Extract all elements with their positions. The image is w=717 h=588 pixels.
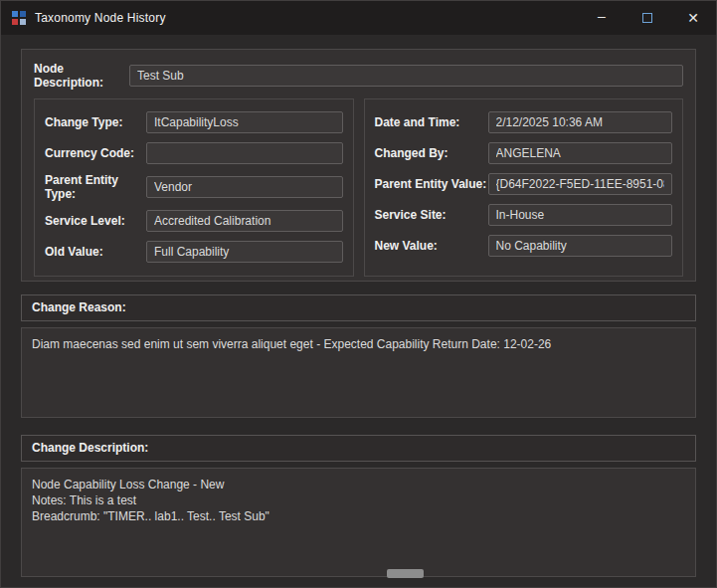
field-row: Currency Code: <box>45 142 343 164</box>
old-value-label: Old Value: <box>45 245 146 259</box>
currency-code-label: Currency Code: <box>45 146 146 160</box>
new-value-input[interactable] <box>488 235 673 257</box>
change-description-textarea[interactable]: Node Capability Loss Change - New Notes:… <box>21 468 696 577</box>
service-level-input[interactable] <box>146 210 343 232</box>
titlebar[interactable]: Taxonomy Node History – ✕ <box>1 1 716 35</box>
change-type-input[interactable] <box>146 111 343 133</box>
change-reason-header: Change Reason: <box>21 294 696 321</box>
right-field-group: Date and Time: Changed By: Parent Entity… <box>364 98 684 277</box>
close-button[interactable]: ✕ <box>670 1 716 35</box>
field-row: Service Site: <box>375 204 673 226</box>
maximize-button[interactable] <box>625 1 670 35</box>
new-value-label: New Value: <box>375 239 488 253</box>
window-controls: – ✕ <box>579 1 716 35</box>
node-description-input[interactable] <box>129 65 683 87</box>
close-icon: ✕ <box>687 10 699 26</box>
change-description-header: Change Description: <box>21 435 696 462</box>
field-row: Change Type: <box>45 111 343 133</box>
node-description-label: Node Description: <box>34 62 129 90</box>
changed-by-input[interactable] <box>488 142 673 164</box>
field-row: Service Level: <box>45 210 343 232</box>
maximize-icon <box>642 13 652 23</box>
currency-code-input[interactable] <box>146 142 343 164</box>
node-description-row: Node Description: <box>34 62 683 90</box>
date-and-time-label: Date and Time: <box>375 115 488 129</box>
changed-by-label: Changed By: <box>375 146 488 160</box>
left-field-group: Change Type: Currency Code: Parent Entit… <box>34 98 354 277</box>
horizontal-scrollbar-thumb[interactable] <box>387 569 424 578</box>
field-row: Parent Entity Value: <box>375 173 673 195</box>
field-row: Parent Entity Type: <box>45 173 343 201</box>
old-value-input[interactable] <box>146 241 343 263</box>
service-level-label: Service Level: <box>45 214 146 228</box>
date-and-time-input[interactable] <box>488 111 673 133</box>
summary-panel: Node Description: Change Type: Currency … <box>21 49 696 282</box>
parent-entity-value-input[interactable] <box>488 173 673 195</box>
field-row: Changed By: <box>375 142 673 164</box>
service-site-label: Service Site: <box>375 208 488 222</box>
parent-entity-type-input[interactable] <box>146 176 343 198</box>
taxonomy-node-history-window: Taxonomy Node History – ✕ Node Descripti… <box>0 0 717 588</box>
app-icon <box>11 10 27 26</box>
field-groups: Change Type: Currency Code: Parent Entit… <box>34 98 683 277</box>
window-title: Taxonomy Node History <box>35 11 166 25</box>
dialog-content: Node Description: Change Type: Currency … <box>1 35 716 587</box>
change-type-label: Change Type: <box>45 115 146 129</box>
change-reason-textarea[interactable]: Diam maecenas sed enim ut sem viverra al… <box>21 327 696 418</box>
parent-entity-type-label: Parent Entity Type: <box>45 173 146 201</box>
service-site-input[interactable] <box>488 204 673 226</box>
minimize-button[interactable]: – <box>579 1 625 35</box>
field-row: New Value: <box>375 235 673 257</box>
field-row: Date and Time: <box>375 111 673 133</box>
field-row: Old Value: <box>45 241 343 263</box>
parent-entity-value-label: Parent Entity Value: <box>375 177 488 191</box>
minimize-icon: – <box>598 8 606 24</box>
